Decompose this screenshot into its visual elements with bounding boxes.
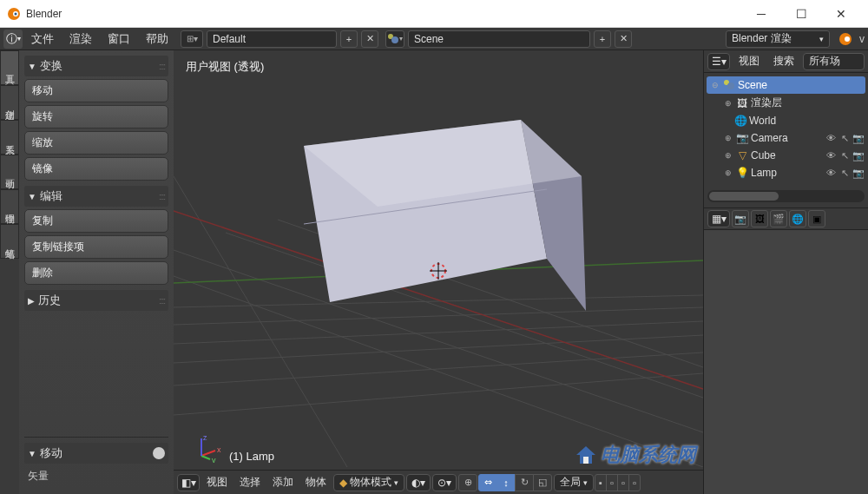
svg-text:y: y bbox=[212, 456, 216, 463]
eye-icon[interactable]: 👁 bbox=[825, 150, 837, 161]
scale-button[interactable]: 缩放 bbox=[24, 131, 168, 155]
outliner-search-menu[interactable]: 搜索 bbox=[768, 54, 799, 69]
outliner-renderlayers-row[interactable]: ⊕ 🖼 渲染层 bbox=[704, 94, 868, 112]
manipulator-group: ⇔ ↕ ↻ ◱ bbox=[479, 474, 552, 491]
eye-icon[interactable]: 👁 bbox=[825, 133, 837, 144]
operator-panel-header[interactable]: ▼移动 bbox=[24, 443, 168, 464]
outliner-lamp-row[interactable]: ⊕ 💡 Lamp 👁↖📷 bbox=[704, 164, 868, 181]
world-tab-icon[interactable]: 🌐 bbox=[789, 210, 806, 227]
layers-group[interactable]: ▪▫▫▫ bbox=[595, 474, 641, 491]
menu-window[interactable]: 窗口 bbox=[101, 30, 137, 49]
render-tab-icon[interactable]: 📷 bbox=[732, 210, 749, 227]
screen-layout-icon[interactable]: ⊞▾ bbox=[181, 30, 203, 48]
outliner-cube-row[interactable]: ⊕ ▽ Cube 👁↖📷 bbox=[704, 147, 868, 164]
add-screen-button[interactable]: + bbox=[340, 30, 358, 48]
outliner-world-row[interactable]: 🌐 World bbox=[704, 112, 868, 129]
delete-button[interactable]: 删除 bbox=[24, 261, 168, 285]
screen-layout-dropdown[interactable]: Default bbox=[207, 30, 337, 48]
orientation-dropdown[interactable]: 全局▾ bbox=[554, 474, 594, 491]
vp-menu-object[interactable]: 物体 bbox=[300, 475, 332, 490]
maximize-button[interactable]: ☐ bbox=[781, 1, 821, 27]
tab-relations[interactable]: 关系 bbox=[0, 120, 19, 155]
delete-screen-button[interactable]: ✕ bbox=[361, 30, 378, 48]
shading-mode-dropdown[interactable]: ◐▾ bbox=[406, 474, 431, 491]
house-icon bbox=[575, 444, 597, 466]
menu-file[interactable]: 文件 bbox=[24, 30, 61, 49]
outliner-header: ☰▾ 视图 搜索 所有场 bbox=[704, 50, 868, 73]
svg-text:z: z bbox=[203, 433, 207, 442]
right-panel: ☰▾ 视图 搜索 所有场 ⊖ Scene ⊕ 🖼 渲染层 🌐 Wor bbox=[703, 50, 868, 494]
scene-tab-icon[interactable]: 🎬 bbox=[770, 210, 787, 227]
render-icon[interactable]: 📷 bbox=[852, 150, 865, 161]
cursor-icon[interactable]: ↖ bbox=[838, 133, 851, 144]
mirror-button[interactable]: 镜像 bbox=[24, 157, 168, 181]
scene-browse-icon[interactable]: ▾ bbox=[385, 30, 404, 48]
properties-header: ▦▾ 📷 🖼 🎬 🌐 ▣ bbox=[704, 207, 868, 230]
object-mode-dropdown[interactable]: ◆物体模式▾ bbox=[333, 474, 404, 491]
vp-menu-add[interactable]: 添加 bbox=[267, 475, 299, 490]
minimize-button[interactable]: ─ bbox=[741, 1, 781, 27]
render-engine-dropdown[interactable]: Blender 渲染▾ bbox=[726, 30, 830, 48]
3d-viewport[interactable]: 用户视图 (透视) x y z (1) Lamp ◧▾ 视图 选择 添加 物体 … bbox=[174, 50, 703, 494]
vp-menu-select[interactable]: 选择 bbox=[234, 475, 266, 490]
window-title: Blender bbox=[26, 8, 741, 20]
tab-animation[interactable]: 动画 bbox=[0, 155, 19, 189]
viewport-label: 用户视图 (透视) bbox=[186, 59, 264, 75]
object-tab-icon[interactable]: ▣ bbox=[808, 210, 825, 227]
render-icon[interactable]: 📷 bbox=[852, 168, 865, 179]
pivot-toggle-icon[interactable]: ⊕ bbox=[458, 474, 477, 491]
tab-create[interactable]: 创建 bbox=[0, 85, 19, 120]
active-object-label: (1) Lamp bbox=[229, 450, 274, 463]
svg-point-4 bbox=[391, 36, 398, 43]
blender-logo-icon bbox=[7, 7, 21, 21]
history-panel-header[interactable]: ▶历史:::: bbox=[24, 290, 168, 311]
outliner-scrollbar[interactable] bbox=[707, 190, 865, 202]
duplicate-button[interactable]: 复制 bbox=[24, 209, 168, 233]
outliner-camera-row[interactable]: ⊕ 📷 Camera 👁↖📷 bbox=[704, 129, 868, 147]
vector-label: 矢量 bbox=[24, 464, 168, 489]
menu-help[interactable]: 帮助 bbox=[139, 30, 175, 49]
properties-body[interactable] bbox=[704, 230, 868, 494]
translate-manipulator-icon[interactable]: ↕ bbox=[496, 474, 516, 491]
edit-panel-header[interactable]: ▼编辑:::: bbox=[24, 186, 168, 207]
axis-gizmo-icon: x y z bbox=[191, 431, 222, 463]
info-editor-icon[interactable]: ⓘ▾ bbox=[3, 30, 23, 49]
rotate-button[interactable]: 旋转 bbox=[24, 105, 168, 128]
svg-rect-34 bbox=[583, 457, 589, 464]
outliner-scene-row[interactable]: ⊖ Scene bbox=[707, 76, 865, 94]
rotate-manipulator-icon[interactable]: ↻ bbox=[515, 474, 534, 491]
close-button[interactable]: ✕ bbox=[821, 1, 861, 27]
translate-button[interactable]: 移动 bbox=[24, 79, 168, 102]
outliner-filter-dropdown[interactable]: 所有场 bbox=[803, 53, 865, 70]
manipulator-toggle-icon[interactable]: ⇔ bbox=[478, 474, 497, 491]
editor-type-icon[interactable]: ◧▾ bbox=[177, 474, 200, 491]
cursor-icon[interactable]: ↖ bbox=[838, 168, 851, 179]
pivot-point-dropdown[interactable]: ⊙▾ bbox=[432, 474, 457, 491]
render-icon[interactable]: 📷 bbox=[852, 133, 865, 144]
svg-line-17 bbox=[174, 276, 703, 467]
operator-scrub-icon[interactable] bbox=[153, 447, 165, 459]
vp-menu-view[interactable]: 视图 bbox=[201, 475, 233, 490]
outliner-view-menu[interactable]: 视图 bbox=[733, 54, 765, 69]
outliner-editor-icon[interactable]: ☰▾ bbox=[707, 53, 730, 70]
svg-point-2 bbox=[15, 12, 17, 15]
duplicate-linked-button[interactable]: 复制链接项 bbox=[24, 235, 168, 259]
eye-icon[interactable]: 👁 bbox=[825, 168, 837, 179]
tab-physics[interactable]: 物理 bbox=[0, 189, 19, 224]
tab-tools[interactable]: 工具 bbox=[0, 50, 19, 85]
svg-line-7 bbox=[174, 321, 703, 344]
properties-editor-icon[interactable]: ▦▾ bbox=[707, 210, 730, 227]
menu-render[interactable]: 渲染 bbox=[62, 30, 99, 49]
cursor-icon[interactable]: ↖ bbox=[838, 150, 851, 161]
svg-point-36 bbox=[727, 82, 734, 89]
info-header: ⓘ▾ 文件 渲染 窗口 帮助 ⊞▾ Default + ✕ ▾ Scene + … bbox=[0, 28, 868, 50]
add-scene-button[interactable]: + bbox=[594, 30, 611, 48]
transform-panel-header[interactable]: ▼变换:::: bbox=[24, 56, 168, 76]
renderlayers-tab-icon[interactable]: 🖼 bbox=[751, 210, 768, 227]
scale-manipulator-icon[interactable]: ◱ bbox=[533, 474, 552, 491]
outliner-tree[interactable]: ⊖ Scene ⊕ 🖼 渲染层 🌐 World ⊕ 📷 Camera bbox=[704, 73, 868, 185]
delete-scene-button[interactable]: ✕ bbox=[615, 30, 632, 48]
scene-dropdown[interactable]: Scene bbox=[408, 30, 590, 48]
tab-grease[interactable]: 蜡笔 bbox=[0, 224, 19, 259]
version-label: v bbox=[859, 33, 865, 45]
